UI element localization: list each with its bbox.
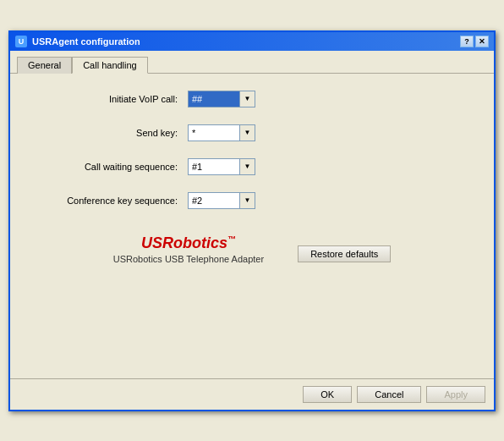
conference-key-label: Conference key sequence: — [36, 196, 188, 206]
cancel-button[interactable]: Cancel — [357, 386, 421, 403]
tab-content: Initiate VoIP call: ## ▼ Send key: * ▼ — [10, 74, 494, 378]
conference-key-value: #2 — [189, 193, 239, 208]
brand-logo: USRobotics™ — [141, 234, 236, 252]
conference-key-control: #2 ▼ — [188, 192, 255, 209]
brand-subtitle: USRobotics USB Telephone Adapter — [113, 254, 264, 264]
title-bar-buttons: ? ✕ — [460, 36, 489, 47]
restore-defaults-button[interactable]: Restore defaults — [298, 245, 391, 262]
send-key-control: * ▼ — [188, 124, 255, 141]
window-content: General Call handling Initiate VoIP call… — [10, 51, 494, 410]
call-waiting-arrow[interactable]: ▼ — [239, 159, 255, 174]
call-waiting-row: Call waiting sequence: #1 ▼ — [36, 158, 468, 175]
call-waiting-dropdown[interactable]: #1 ▼ — [188, 158, 255, 175]
restore-wrapper: Restore defaults — [298, 245, 391, 262]
call-waiting-label: Call waiting sequence: — [36, 162, 188, 172]
apply-button[interactable]: Apply — [426, 386, 485, 403]
voip-call-dropdown[interactable]: ## ▼ — [188, 91, 255, 107]
title-bar: U USRAgent configuration ? ✕ — [10, 32, 494, 51]
voip-call-arrow[interactable]: ▼ — [239, 91, 255, 107]
call-waiting-value: #1 — [189, 159, 239, 174]
voip-call-value: ## — [189, 91, 239, 107]
help-button[interactable]: ? — [460, 36, 474, 47]
tab-general[interactable]: General — [17, 57, 72, 74]
main-window: U USRAgent configuration ? ✕ General Cal… — [8, 30, 496, 411]
close-button[interactable]: ✕ — [475, 36, 489, 47]
window-title: USRAgent configuration — [32, 36, 140, 47]
brand-tm: ™ — [227, 234, 236, 244]
brand-block: USRobotics™ USRobotics USB Telephone Ada… — [113, 234, 264, 274]
title-bar-left: U USRAgent configuration — [15, 36, 140, 47]
voip-call-control: ## ▼ — [188, 91, 255, 107]
footer-area: USRobotics™ USRobotics USB Telephone Ada… — [36, 226, 468, 291]
voip-call-label: Initiate VoIP call: — [36, 94, 188, 104]
conference-key-row: Conference key sequence: #2 ▼ — [36, 192, 468, 209]
send-key-arrow[interactable]: ▼ — [239, 125, 255, 141]
ok-button[interactable]: OK — [303, 386, 352, 403]
tabs-bar: General Call handling — [10, 51, 494, 74]
tab-call-handling[interactable]: Call handling — [72, 57, 148, 74]
bottom-bar: OK Cancel Apply — [10, 378, 494, 410]
app-icon: U — [15, 36, 27, 47]
send-key-row: Send key: * ▼ — [36, 124, 468, 141]
app-icon-text: U — [19, 37, 25, 46]
send-key-value: * — [189, 125, 239, 141]
send-key-dropdown[interactable]: * ▼ — [188, 124, 255, 141]
conference-key-dropdown[interactable]: #2 ▼ — [188, 192, 255, 209]
send-key-label: Send key: — [36, 128, 188, 138]
call-waiting-control: #1 ▼ — [188, 158, 255, 175]
voip-call-row: Initiate VoIP call: ## ▼ — [36, 91, 468, 107]
conference-key-arrow[interactable]: ▼ — [239, 193, 255, 208]
brand-name: USRobotics — [141, 234, 227, 251]
